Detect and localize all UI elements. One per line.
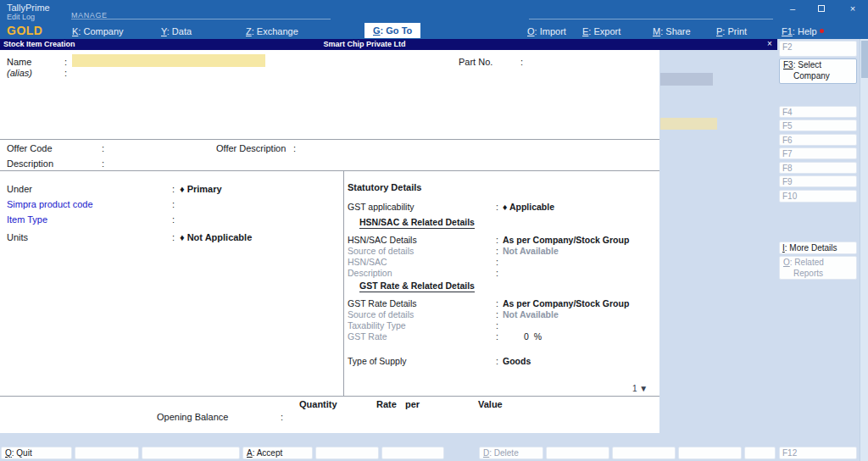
maximize-icon [818, 5, 825, 12]
colon: : [172, 184, 175, 194]
offer-code-label: Offer Code [7, 143, 53, 153]
colon: : [102, 158, 104, 169]
gst-source-label: Source of details [348, 309, 414, 319]
colon: : [172, 232, 175, 242]
hsn-source-value: Not Available [503, 246, 559, 256]
f7-button[interactable]: F7 [779, 147, 857, 159]
quit-button[interactable]: Q: Quit [1, 447, 72, 459]
type-of-supply-label: Type of Supply [348, 356, 406, 366]
scrollbar-thumb[interactable] [861, 41, 868, 78]
help-alert-dot [820, 29, 824, 33]
menu-print[interactable]: P: Print [716, 26, 747, 36]
tallyprime-window: TallyPrime Edit Log MANAGE – × GOLD K: C… [0, 0, 868, 461]
minimize-button[interactable]: – [785, 3, 800, 14]
f2-button[interactable]: F2 [779, 41, 857, 57]
name-input[interactable] [72, 54, 265, 67]
gst-rate-label: GST Rate [348, 331, 387, 342]
hsn-details-label: HSN/SAC Details [348, 235, 417, 245]
colon: : [496, 235, 498, 245]
menu-export[interactable]: E: Export [582, 26, 620, 36]
f5-button[interactable]: F5 [779, 119, 857, 131]
value-header: Value [478, 399, 503, 409]
f3-select-company-button[interactable]: F3: Select Company [779, 58, 857, 84]
page-indicator[interactable]: 1 ▼ [632, 384, 648, 393]
type-of-supply-value[interactable]: Goods [503, 356, 531, 366]
per-header: per [405, 399, 420, 409]
colon: : [496, 356, 498, 366]
scrollbar[interactable] [860, 39, 868, 461]
company-name: Smart Chip Private Ltd [0, 40, 729, 48]
f9-button[interactable]: F9 [779, 175, 857, 187]
colon: : [496, 331, 498, 342]
f4-button[interactable]: F4 [779, 106, 857, 118]
gst-applicability-label: GST applicability [348, 202, 415, 212]
menu-underline [71, 19, 331, 19]
accept-button[interactable]: A: Accept [242, 447, 313, 459]
menu-share[interactable]: M: Share [653, 26, 691, 36]
gst-applicability-value[interactable]: ♦ Applicable [503, 202, 554, 212]
item-type-label: Item Type [7, 214, 47, 225]
divider [0, 396, 659, 397]
menu-data[interactable]: Y: Data [161, 26, 192, 36]
gst-source-value: Not Available [503, 309, 559, 319]
f12-button[interactable]: F12 [779, 447, 857, 459]
gst-rate-details-label: GST Rate Details [348, 298, 417, 308]
backdrop-highlight [660, 73, 713, 86]
colon: : [496, 298, 498, 308]
quantity-header: Quantity [299, 399, 337, 409]
offer-description-label: Offer Description [216, 143, 286, 153]
colon: : [172, 214, 175, 225]
backdrop-highlight [660, 118, 717, 130]
colon: : [496, 320, 498, 330]
gst-rate-details-value[interactable]: As per Company/Stock Group [503, 298, 629, 308]
f6-button[interactable]: F6 [779, 134, 857, 146]
delete-button[interactable]: D: Delete [479, 447, 543, 459]
close-icon: × [850, 3, 855, 14]
maximize-button[interactable] [814, 3, 829, 14]
colon: : [64, 57, 67, 67]
simpra-product-code-label: Simpra product code [7, 199, 93, 209]
rate-header: Rate [376, 399, 397, 409]
menu-go-to[interactable]: G: Go To [364, 23, 420, 38]
gold-edition-badge: GOLD [7, 24, 42, 37]
hsn-section-header: HSN/SAC & Related Details [359, 217, 475, 229]
hsn-sac-label: HSN/SAC [348, 257, 387, 267]
menu-company[interactable]: K: Company [72, 26, 124, 36]
part-no-label: Part No. [459, 57, 492, 67]
colon: : [496, 202, 498, 212]
bottom-bar-slot [546, 447, 609, 459]
bottom-bar-slot [142, 447, 240, 459]
stock-item-creation-form: Name : Part No. : (alias) : Offer Code :… [0, 50, 659, 433]
function-key-panel: F2 F3: Select Company F4 F5 F6 F7 F8 F9 … [777, 39, 868, 461]
bottom-bar-slot [612, 447, 676, 459]
f10-button[interactable]: F10 [779, 190, 857, 203]
gst-rate-value[interactable]: 0 % [524, 331, 542, 342]
units-value[interactable]: ♦ Not Applicable [180, 232, 252, 242]
gst-rate-section-header: GST Rate & Related Details [359, 280, 475, 292]
f8-button[interactable]: F8 [779, 162, 857, 174]
bottom-bar-slot [75, 447, 139, 459]
menu-help[interactable]: F1: Help [782, 26, 824, 36]
more-details-button[interactable]: I: More Details [779, 242, 857, 254]
minimize-icon: – [790, 3, 795, 14]
menu-exchange[interactable]: Z: Exchange [246, 26, 298, 36]
window-close-button[interactable]: × [767, 39, 772, 48]
under-label: Under [7, 184, 32, 194]
colon: : [281, 412, 283, 422]
hsn-details-value[interactable]: As per Company/Stock Group [503, 235, 629, 245]
statutory-details-title: Statutory Details [348, 182, 421, 192]
bottom-bar-slot [744, 447, 776, 459]
colon: : [520, 57, 523, 67]
units-label: Units [7, 232, 28, 242]
under-value[interactable]: ♦ Primary [180, 184, 222, 194]
close-button[interactable]: × [845, 3, 860, 14]
menu-import[interactable]: O: Import [527, 26, 566, 36]
colon: : [496, 257, 498, 267]
bottom-bar-slot [381, 447, 444, 459]
colon: : [496, 268, 498, 278]
related-reports-button[interactable]: O: Related Reports [779, 256, 857, 280]
menu-underline [529, 19, 773, 19]
edit-log-button[interactable]: Edit Log [7, 13, 35, 21]
opening-balance-label: Opening Balance [157, 412, 228, 422]
alias-label: (alias) [7, 68, 32, 78]
